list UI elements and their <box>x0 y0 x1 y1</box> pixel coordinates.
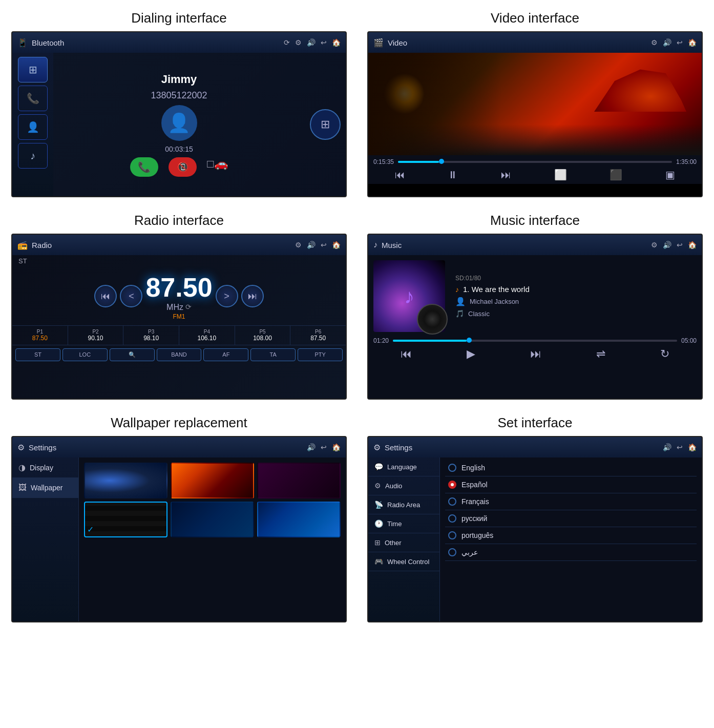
lang-russian[interactable]: русский <box>445 510 697 527</box>
music-volume-icon[interactable]: 🔊 <box>663 241 671 249</box>
radio-af-button[interactable]: AF <box>203 348 248 361</box>
music-repeat-button[interactable]: ↻ <box>660 347 669 361</box>
lang-francais-radio[interactable] <box>448 497 456 506</box>
wallpaper-back-icon[interactable]: ↩ <box>321 443 327 451</box>
radio-preset-3[interactable]: P3 98.10 <box>123 326 179 345</box>
wallpaper-option-6[interactable] <box>257 502 341 537</box>
topbar-refresh-icon[interactable]: ⟳ <box>284 38 290 47</box>
radio-search-button[interactable]: 🔍 <box>110 348 155 361</box>
wallpaper-volume-icon[interactable]: 🔊 <box>307 443 316 451</box>
wallpaper-option-2[interactable] <box>171 463 254 498</box>
contacts-button[interactable]: 👤 <box>18 114 48 140</box>
lang-arabic[interactable]: عربي <box>445 544 697 561</box>
radio-preset-6[interactable]: P6 87.50 <box>290 326 346 345</box>
wallpaper-option-1[interactable] <box>84 463 167 498</box>
music-prev-button[interactable]: ⏮ <box>401 347 412 361</box>
video-home-icon[interactable]: 🏠 <box>688 38 697 47</box>
accept-call-button[interactable]: 📞 <box>130 157 158 177</box>
topbar-volume-icon[interactable]: 🔊 <box>307 38 316 47</box>
radio-settings-icon[interactable]: ⚙ <box>295 241 302 249</box>
radio-preset-1[interactable]: P1 87.50 <box>12 326 68 345</box>
video-back-icon[interactable]: ↩ <box>677 38 683 47</box>
music-settings-icon[interactable]: ⚙ <box>651 241 658 249</box>
lang-portugues[interactable]: português <box>445 527 697 544</box>
music-sidebar-button[interactable]: ♪ <box>18 143 48 169</box>
video-body: 0:15:35 1:35:00 ⏮ ⏸ ⏭ ⬜ ⬛ ▣ <box>368 53 702 196</box>
video-pip-button[interactable]: ▣ <box>665 169 675 181</box>
caller-number: 13805122002 <box>151 90 207 101</box>
music-seekbar[interactable] <box>393 340 677 342</box>
radio-preset-4-freq: 106.10 <box>180 335 234 342</box>
wallpaper-option-4[interactable]: ✓ <box>84 502 167 537</box>
video-settings-icon[interactable]: ⚙ <box>651 38 658 47</box>
set-time-item[interactable]: 🕐 Time <box>368 514 439 533</box>
radio-preset-2[interactable]: P2 90.10 <box>68 326 124 345</box>
radio-next-button[interactable]: > <box>216 285 238 307</box>
radio-pty-button[interactable]: PTY <box>298 348 343 361</box>
music-shuffle-button[interactable]: ⇌ <box>596 347 605 361</box>
settings-display-item[interactable]: ◑ Display <box>12 457 78 478</box>
reject-call-button[interactable]: 📵 <box>169 157 197 177</box>
radio-preset-4[interactable]: P4 106.10 <box>179 326 235 345</box>
transfer-button[interactable]: □🚗 <box>207 157 227 177</box>
lang-english[interactable]: English <box>445 460 697 476</box>
lang-russian-radio[interactable] <box>448 514 456 523</box>
lang-english-radio[interactable] <box>448 464 456 472</box>
wallpaper-option-3[interactable] <box>257 463 341 498</box>
radio-cell: Radio interface 📻 Radio ⚙ 🔊 ↩ 🏠 ST ⏮ < <box>11 213 347 400</box>
set-wheel-item[interactable]: 🎮 Wheel Control <box>368 552 439 571</box>
wallpaper-option-5[interactable] <box>171 502 254 537</box>
radio-preset-5[interactable]: P5 108.00 <box>235 326 291 345</box>
radio-function-buttons: ST LOC 🔍 BAND AF TA PTY <box>12 345 346 364</box>
keypad-button[interactable]: ⊞ <box>18 57 48 82</box>
radio-preset-3-freq: 98.10 <box>124 335 178 342</box>
keypad-open-button[interactable]: ⊞ <box>310 109 341 140</box>
video-next-button[interactable]: ⏭ <box>501 169 511 181</box>
radio-first-button[interactable]: ⏮ <box>94 285 117 307</box>
music-back-icon[interactable]: ↩ <box>677 241 683 249</box>
radio-preset-1-label: P1 <box>13 329 67 335</box>
music-next-button[interactable]: ⏭ <box>530 347 541 361</box>
radio-prev-button[interactable]: < <box>120 285 142 307</box>
radio-last-button[interactable]: ⏭ <box>241 285 264 307</box>
lang-espanol[interactable]: Español <box>445 476 697 493</box>
radio-volume-icon[interactable]: 🔊 <box>307 241 316 249</box>
set-audio-item[interactable]: ⚙ Audio <box>368 476 439 495</box>
lang-francais[interactable]: Français <box>445 493 697 510</box>
settings-wallpaper-item[interactable]: 🖼 Wallpaper <box>12 478 78 498</box>
radio-freq-row: ⏮ < 87.50 MHz ⟳ FM1 > ⏭ <box>12 267 346 325</box>
dialing-screen: 📱 Bluetooth ⟳ ⚙ 🔊 ↩ 🏠 ⊞ 📞 👤 ♪ <box>11 31 347 197</box>
phone-button[interactable]: 📞 <box>18 86 48 111</box>
dial-keypad-area: ⊞ <box>305 53 346 196</box>
music-home-icon[interactable]: 🏠 <box>688 241 697 249</box>
dialing-main: Jimmy 13805122002 👤 00:03:15 📞 📵 □🚗 <box>53 53 305 196</box>
video-screen-button[interactable]: ⬜ <box>554 169 567 181</box>
lang-portugues-radio[interactable] <box>448 531 456 539</box>
topbar-home-icon[interactable]: 🏠 <box>332 38 341 47</box>
wallpaper-home-icon[interactable]: 🏠 <box>332 443 341 451</box>
radio-loc-button[interactable]: LOC <box>62 348 108 361</box>
topbar-settings-icon[interactable]: ⚙ <box>295 38 302 47</box>
set-volume-icon[interactable]: 🔊 <box>663 443 671 451</box>
video-volume-icon[interactable]: 🔊 <box>663 38 671 47</box>
set-home-icon[interactable]: 🏠 <box>688 443 697 451</box>
video-fullscreen-button[interactable]: ⬛ <box>610 169 622 181</box>
radio-band-button[interactable]: BAND <box>157 348 202 361</box>
music-play-button[interactable]: ▶ <box>467 347 475 361</box>
radio-st-button[interactable]: ST <box>15 348 60 361</box>
radio-preset-2-freq: 90.10 <box>69 335 122 342</box>
radio-preset-2-label: P2 <box>69 329 122 335</box>
video-pause-button[interactable]: ⏸ <box>448 169 458 181</box>
video-prev-button[interactable]: ⏮ <box>395 169 405 181</box>
radio-ta-button[interactable]: TA <box>250 348 296 361</box>
lang-arabic-radio[interactable] <box>448 548 456 556</box>
radio-home-icon[interactable]: 🏠 <box>332 241 341 249</box>
video-seekbar[interactable] <box>398 161 672 163</box>
radio-back-icon[interactable]: ↩ <box>321 241 327 249</box>
lang-espanol-radio[interactable] <box>448 481 456 489</box>
set-language-item[interactable]: 💬 Language <box>368 457 439 476</box>
set-radio-area-item[interactable]: 📡 Radio Area <box>368 495 439 514</box>
set-other-item[interactable]: ⊞ Other <box>368 533 439 552</box>
topbar-back-icon[interactable]: ↩ <box>321 38 327 47</box>
set-back-icon[interactable]: ↩ <box>677 443 683 451</box>
